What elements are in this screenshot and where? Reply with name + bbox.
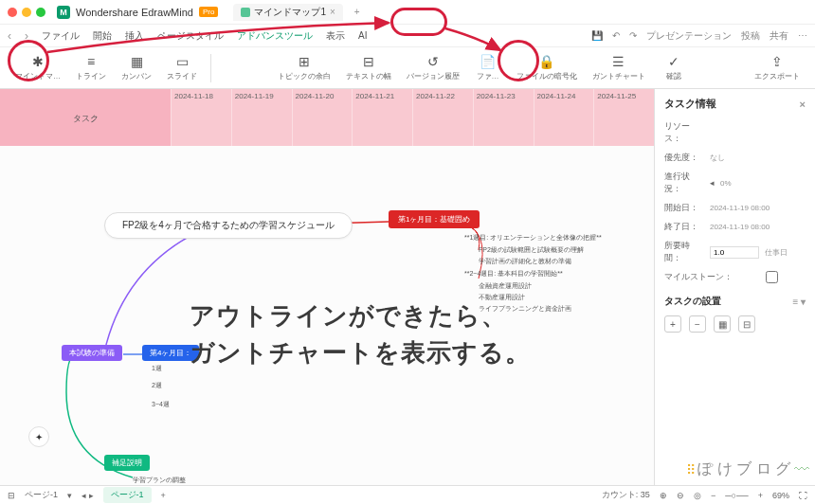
node-supplement[interactable]: 補足説明 — [104, 455, 150, 471]
menu-page-style[interactable]: ページスタイル — [157, 29, 224, 43]
redo-icon[interactable]: ↷ — [629, 30, 637, 41]
word-count: カウント: 35 — [602, 489, 650, 501]
node-sub[interactable]: FP2級の試験範囲と試験概要の理解 — [479, 245, 584, 255]
save-icon[interactable]: 💾 — [591, 30, 603, 41]
duration-input[interactable] — [710, 246, 759, 259]
annotation-text: アウトラインができたら、 ガントチャートを表示する。 — [190, 297, 531, 371]
progress-stepper[interactable]: ◂ — [710, 178, 715, 188]
zoom-level[interactable]: 69% — [772, 491, 789, 500]
tool-version-history[interactable]: ↺バージョン履歴 — [401, 52, 465, 83]
menu-start[interactable]: 開始 — [93, 29, 112, 43]
tool-export[interactable]: ⇪エクスポート — [749, 52, 806, 83]
status-icon[interactable]: ◎ — [694, 491, 701, 500]
separator — [210, 54, 211, 82]
layout-split-icon[interactable]: ⊟ — [738, 315, 755, 333]
node-sub[interactable]: 学習計画の詳細化と教材の準備 — [479, 257, 571, 266]
ai-assistant-button[interactable]: ✦ — [28, 426, 49, 447]
blank-icon: ⊞ — [297, 54, 312, 69]
milestone-checkbox[interactable] — [738, 271, 806, 283]
tab-close-icon[interactable]: × — [330, 7, 335, 17]
gantt-header: タスク 2024-11-18 2024-11-19 2024-11-20 202… — [0, 89, 654, 146]
node-sub[interactable]: 2週 — [152, 381, 162, 390]
field-label: 終了日： — [664, 221, 704, 233]
export-icon: ⇪ — [770, 54, 785, 69]
publish-button[interactable]: 投稿 — [741, 29, 760, 43]
tool-topic-blank[interactable]: ⊞トピックの余白 — [272, 52, 336, 83]
tool-outline[interactable]: ≡トライン — [70, 52, 112, 83]
menu-file[interactable]: ファイル — [42, 29, 80, 43]
app-title: Wondershare EdrawMind — [76, 7, 193, 18]
page-dropdown[interactable]: ページ-1 — [25, 489, 58, 501]
slide-icon: ▭ — [174, 54, 190, 69]
tool-gantt[interactable]: ☰ガントチャート — [587, 52, 651, 83]
more-icon[interactable]: ⋯ — [798, 30, 807, 41]
maximize-window-icon[interactable] — [36, 8, 45, 17]
gantt-date: 2024-11-20 — [292, 89, 353, 146]
status-bar: ⊟ ページ-1 ▾ ◂ ▸ ページ-1 + カウント: 35 ⊕ ⊖ ◎ −─○… — [0, 485, 815, 504]
presentation-button[interactable]: プレゼンテーション — [646, 29, 732, 43]
node-trial[interactable]: 本試験の準備 — [62, 345, 122, 361]
tool-kanban[interactable]: ▦カンバン — [116, 52, 157, 83]
priority-select[interactable]: なし — [710, 153, 806, 163]
close-window-icon[interactable] — [8, 8, 17, 17]
menu-view[interactable]: 表示 — [326, 29, 345, 43]
node-sub[interactable]: 学習プランの調整 — [133, 476, 186, 485]
app-logo-icon: M — [57, 6, 70, 19]
status-icon[interactable]: ⊕ — [660, 491, 667, 500]
field-label: リソース： — [664, 120, 704, 145]
titlebar: M Wondershare EdrawMind Pro マインドマップ1 × + — [0, 0, 815, 25]
canvas[interactable]: タスク 2024-11-18 2024-11-19 2024-11-20 202… — [0, 89, 654, 485]
node-sub[interactable]: **2~4週目: 基本科目の学習開始** — [464, 269, 563, 279]
node-sub[interactable]: 3~4週 — [152, 400, 170, 409]
layout-grid-icon[interactable]: ▦ — [714, 315, 731, 333]
menu-advanced-tools[interactable]: アドバンスツール — [237, 29, 313, 43]
menu-insert[interactable]: 挿入 — [125, 29, 144, 43]
add-tab-button[interactable]: + — [354, 7, 360, 17]
fullscreen-icon[interactable]: ⛶ — [799, 491, 807, 500]
main-area: タスク 2024-11-18 2024-11-19 2024-11-20 202… — [0, 89, 815, 485]
document-tab[interactable]: マインドマップ1 × — [233, 4, 342, 21]
status-icon[interactable]: ⊖ — [677, 491, 684, 500]
tool-text-width[interactable]: ⊟テキストの幅 — [340, 52, 397, 83]
tool-file[interactable]: 📄ファ… — [469, 52, 507, 83]
gantt-task-column: タスク — [0, 89, 171, 146]
toolbar: ✱マインドマ… ≡トライン ▦カンバン ▭スライド ⊞トピックの余白 ⊟テキスト… — [0, 47, 815, 89]
node-sub[interactable]: 金融資産運用設計 — [479, 281, 532, 291]
end-date-input[interactable]: 2024-11-19 08:00 — [710, 223, 806, 231]
mindmap-icon: ✱ — [30, 54, 45, 69]
layout-add-icon[interactable]: + — [664, 315, 681, 333]
node-month1[interactable]: 第1ヶ月目：基礎固め — [389, 210, 480, 228]
watermark: ⠿ぽ け ブ ロ グ〰 — [686, 459, 809, 479]
field-label: 所要時間： — [664, 240, 704, 264]
tab-mindmap-icon — [241, 8, 250, 17]
gantt-date: 2024-11-24 — [534, 89, 594, 146]
nav-forward-icon[interactable]: › — [25, 29, 28, 43]
outline-icon: ≡ — [83, 54, 99, 69]
tool-confirm[interactable]: ✓確認 — [655, 52, 693, 83]
root-topic[interactable]: FP2級を4ヶ月で合格するための学習スケジュール — [104, 212, 353, 239]
lock-icon: 🔒 — [539, 54, 554, 69]
layout-remove-icon[interactable]: − — [689, 315, 706, 333]
nav-back-icon[interactable]: ‹ — [8, 29, 11, 43]
pro-badge: Pro — [199, 7, 218, 17]
undo-icon[interactable]: ↶ — [612, 30, 620, 41]
add-page-button[interactable]: + — [161, 491, 166, 500]
start-date-input[interactable]: 2024-11-19 08:00 — [710, 204, 806, 212]
task-info-panel: タスク情報 × リソース： 優先度：なし 進行状況：◂0% 開始日：2024-1… — [654, 89, 815, 485]
page-tab[interactable]: ページ-1 — [103, 487, 152, 503]
minimize-window-icon[interactable] — [22, 8, 31, 17]
tool-encrypt[interactable]: 🔒ファイルの暗号化 — [511, 52, 583, 83]
confirm-icon: ✓ — [666, 54, 681, 69]
outline-toggle-icon[interactable]: ⊟ — [8, 491, 15, 500]
node-sub[interactable]: 1週 — [152, 364, 162, 373]
gantt-date: 2024-11-22 — [412, 89, 473, 146]
node-sub[interactable]: **1週目: オリエンテーションと全体像の把握** — [464, 233, 602, 243]
kanban-icon: ▦ — [129, 54, 144, 69]
menu-ai[interactable]: AI — [358, 30, 367, 41]
close-icon[interactable]: × — [800, 99, 806, 110]
tool-mindmap[interactable]: ✱マインドマ… — [9, 52, 66, 83]
tab-label: マインドマップ1 — [254, 6, 326, 19]
gantt-date: 2024-11-19 — [231, 89, 292, 146]
share-button[interactable]: 共有 — [770, 29, 788, 43]
tool-slide[interactable]: ▭スライド — [161, 52, 203, 83]
